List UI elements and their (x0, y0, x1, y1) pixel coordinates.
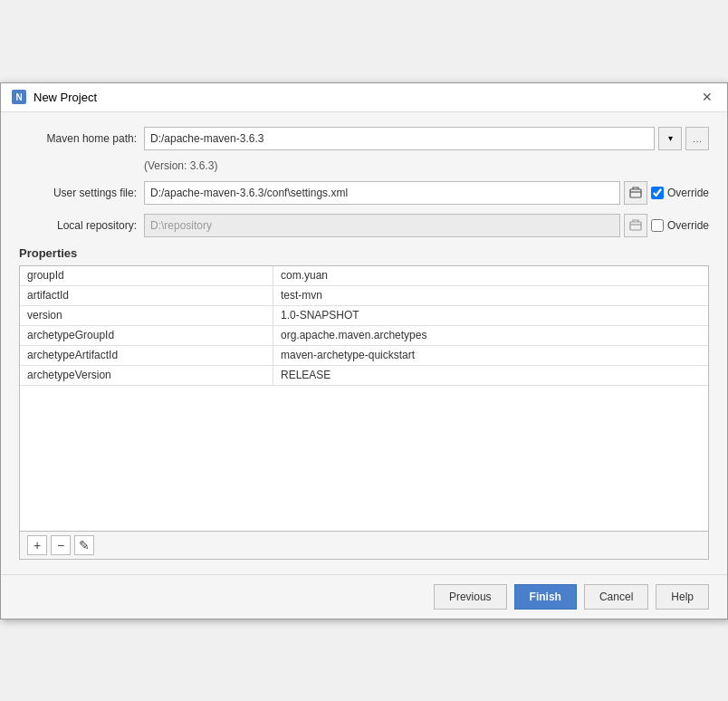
user-settings-override-wrap: Override (651, 187, 709, 199)
user-settings-override-checkbox[interactable] (651, 187, 664, 199)
local-repo-row: Local repository: Override (19, 214, 709, 237)
user-settings-row: User settings file: Override (19, 181, 709, 205)
prop-key-2: version (20, 306, 273, 325)
svg-rect-0 (630, 189, 641, 197)
prop-key-5: archetypeVersion (20, 366, 273, 385)
table-row[interactable]: version 1.0-SNAPSHOT (20, 306, 708, 326)
local-repo-label: Local repository: (19, 219, 137, 232)
table-row[interactable]: archetypeVersion RELEASE (20, 366, 708, 386)
dialog-footer: Previous Finish Cancel Help (1, 574, 727, 619)
prop-key-4: archetypeArtifactId (20, 346, 273, 365)
dialog-title: New Project (34, 91, 97, 104)
local-repo-override-label[interactable]: Override (667, 219, 709, 232)
user-settings-input[interactable] (144, 181, 620, 205)
maven-home-input-wrap: ▾ … (144, 127, 709, 150)
close-button[interactable]: ✕ (698, 88, 716, 106)
properties-section-title: Properties (19, 246, 709, 260)
local-repo-override-wrap: Override (651, 219, 709, 232)
dialog-content: Maven home path: ▾ … (Version: 3.6.3) Us… (1, 112, 727, 574)
table-row[interactable]: artifactId test-mvn (20, 286, 708, 306)
prop-val-5: RELEASE (273, 366, 708, 385)
prop-val-0: com.yuan (273, 266, 708, 285)
prop-val-4: maven-archetype-quickstart (273, 346, 708, 365)
local-repo-input[interactable] (144, 214, 620, 237)
maven-home-browse-button[interactable]: … (685, 127, 709, 150)
prop-key-1: artifactId (20, 286, 273, 305)
table-row[interactable]: archetypeArtifactId maven-archetype-quic… (20, 346, 708, 366)
local-repo-browse-button[interactable] (624, 214, 647, 237)
title-bar: N New Project ✕ (1, 83, 727, 112)
new-project-dialog: N New Project ✕ Maven home path: ▾ … (Ve… (0, 82, 728, 619)
user-settings-browse-button[interactable] (624, 181, 647, 205)
prop-val-3: org.apache.maven.archetypes (273, 326, 708, 345)
remove-property-button[interactable]: − (51, 535, 71, 555)
help-button[interactable]: Help (656, 584, 709, 610)
table-row[interactable]: groupId com.yuan (20, 266, 708, 286)
finish-button[interactable]: Finish (514, 584, 577, 610)
local-repo-input-wrap: Override (144, 214, 709, 237)
prop-key-3: archetypeGroupId (20, 326, 273, 345)
prop-key-0: groupId (20, 266, 273, 285)
user-settings-label: User settings file: (19, 187, 137, 199)
svg-rect-1 (630, 222, 641, 230)
maven-home-input[interactable] (144, 127, 655, 150)
title-bar-left: N New Project (12, 90, 97, 104)
properties-table: groupId com.yuan artifactId test-mvn ver… (19, 265, 709, 532)
previous-button[interactable]: Previous (434, 584, 507, 610)
edit-property-button[interactable]: ✎ (74, 535, 94, 555)
cancel-button[interactable]: Cancel (584, 584, 648, 610)
local-repo-override-checkbox[interactable] (651, 219, 664, 232)
table-row[interactable]: archetypeGroupId org.apache.maven.archet… (20, 326, 708, 346)
user-settings-input-wrap: Override (144, 181, 709, 205)
add-property-button[interactable]: + (27, 535, 47, 555)
user-settings-override-label[interactable]: Override (667, 187, 709, 199)
maven-home-dropdown-button[interactable]: ▾ (658, 127, 682, 150)
table-actions-bar: + − ✎ (19, 532, 709, 560)
prop-val-1: test-mvn (273, 286, 708, 305)
maven-home-row: Maven home path: ▾ … (19, 127, 709, 150)
properties-empty-area (20, 386, 708, 531)
maven-home-label: Maven home path: (19, 132, 137, 145)
version-note: (Version: 3.6.3) (144, 159, 709, 172)
prop-val-2: 1.0-SNAPSHOT (273, 306, 708, 325)
app-icon: N (12, 90, 26, 104)
